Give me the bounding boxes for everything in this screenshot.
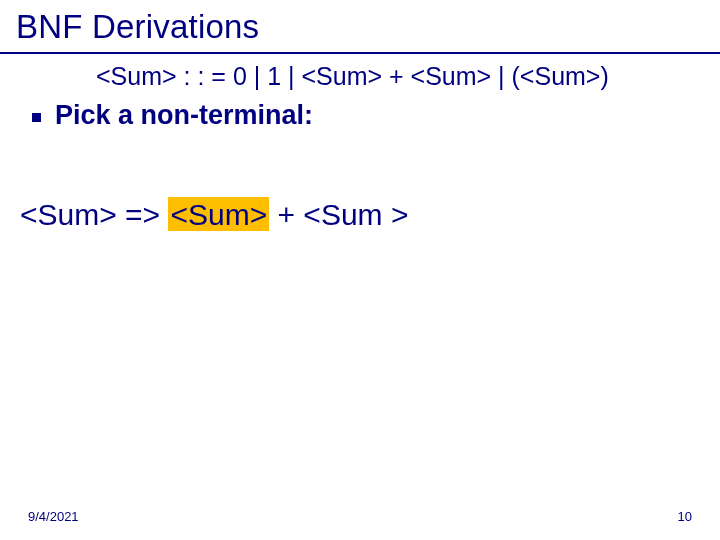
deriv-highlight: <Sum> — [168, 197, 269, 231]
derivation-line: <Sum> => <Sum> + <Sum > — [20, 198, 408, 232]
slide: BNF Derivations <Sum> : : = 0 | 1 | <Sum… — [0, 0, 720, 540]
footer-date: 9/4/2021 — [28, 509, 79, 524]
deriv-right: + <Sum > — [269, 198, 408, 231]
slide-title: BNF Derivations — [16, 8, 259, 46]
bullet-text: Pick a non-terminal: — [55, 100, 313, 131]
bullet-row: Pick a non-terminal: — [32, 100, 313, 131]
square-bullet-icon — [32, 113, 41, 122]
footer-page-number: 10 — [678, 509, 692, 524]
deriv-left: <Sum> => — [20, 198, 168, 231]
grammar-rule: <Sum> : : = 0 | 1 | <Sum> + <Sum> | (<Su… — [96, 62, 609, 91]
title-underline — [0, 52, 720, 54]
